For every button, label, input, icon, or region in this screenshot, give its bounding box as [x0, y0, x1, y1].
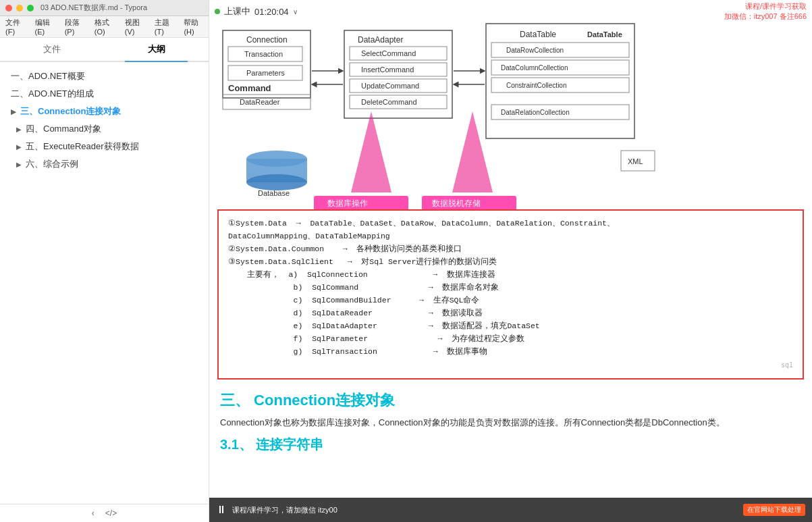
title-bar: 03 ADO.NET数据库.md - Typora [0, 0, 209, 16]
video-bottom-bar[interactable]: ⏸ 课程/课件学习，请加微信 itzy00 在官网站下载处理 [209, 498, 812, 522]
svg-text:Connection: Connection [246, 35, 288, 45]
svg-text:DataTable: DataTable [587, 30, 622, 38]
arrow-icon-4: ▶ [16, 126, 22, 133]
timer-left: 上课中 01:20:04 ∨ [215, 5, 298, 18]
bottom-left-arrow[interactable]: ‹ [92, 508, 94, 518]
section3-body: Connection对象也称为数据库连接对象，Connection对象的功能是负… [220, 415, 801, 430]
section31-title: 3.1、 连接字符串 [220, 436, 801, 454]
timer-ad: 课程/课件学习获取 加微信：itzy007 备注666 [724, 1, 807, 22]
svg-text:ConstraintCollection: ConstraintCollection [506, 82, 567, 89]
menu-bar: 文件(F) 编辑(E) 段落(P) 格式(O) 视图(V) 主题(T) 帮助(H… [0, 16, 209, 38]
menu-theme[interactable]: 主题(T) [155, 18, 173, 36]
outline-item-4[interactable]: ▶ 四、Command对象 [0, 120, 209, 138]
svg-text:SelectCommand: SelectCommand [361, 49, 416, 57]
svg-text:Parameters: Parameters [246, 69, 285, 77]
content-line-2: DataColumnMapping、DataTableMapping [228, 230, 793, 243]
content-line-10: f) SqlParameter → 为存储过程定义参数 [228, 333, 793, 346]
arrow-icon-3: ▶ [11, 108, 16, 115]
outline-item-1[interactable]: 一、ADO.NET概要 [0, 68, 209, 85]
svg-text:Command: Command [228, 83, 271, 93]
arrow-icon-5: ▶ [16, 143, 22, 151]
content-line-1: ①System.Data → DataTable、DataSet、DataRow… [228, 217, 793, 230]
menu-edit[interactable]: 编辑(E) [35, 18, 54, 36]
content-line-6: b) SqlCommand → 数据库命名对象 [228, 282, 793, 294]
outline-item-6[interactable]: ▶ 六、综合示例 [0, 155, 209, 173]
ado-diagram-svg: Connection Transaction Parameters Comman… [209, 0, 812, 209]
outline-list: 一、ADO.NET概要 二、ADO.NET的组成 ▶ 三、Connection连… [0, 62, 209, 504]
svg-text:InsertCommand: InsertCommand [361, 66, 414, 74]
close-dot[interactable] [5, 5, 12, 11]
content-box: ①System.Data → DataTable、DataSet、DataRow… [217, 209, 804, 380]
video-ad-button[interactable]: 在官网站下载处理 [743, 504, 805, 516]
outline-item-5[interactable]: ▶ 五、ExecuteReader获得数据 [0, 138, 209, 155]
svg-text:DeleteCommand: DeleteCommand [361, 98, 417, 106]
svg-text:数据库操作: 数据库操作 [327, 199, 368, 208]
main-content: 上课中 01:20:04 ∨ 课程/课件学习获取 加微信：itzy007 备注6… [209, 0, 812, 522]
arrow-icon-6: ▶ [16, 161, 22, 168]
sql-label: sql [228, 360, 793, 371]
content-line-8: d) SqlDataReader → 数据读取器 [228, 307, 793, 320]
section3-title: 三、 Connection连接对象 [220, 390, 801, 411]
svg-text:DataReader: DataReader [240, 98, 280, 106]
svg-text:DataTable: DataTable [520, 30, 556, 39]
tab-outline[interactable]: 大纲 [105, 38, 209, 61]
tab-bar: 文件 大纲 [0, 38, 209, 62]
timer-chevron[interactable]: ∨ [293, 8, 298, 16]
content-line-7: c) SqlCommandBuilder → 生存SQL命令 [228, 294, 793, 307]
svg-text:DataAdapter: DataAdapter [358, 35, 403, 45]
content-line-9: e) SqlDataAdapter → 数据适配器，填充DataSet [228, 320, 793, 333]
maximize-dot[interactable] [27, 5, 34, 11]
svg-text:DataRowCollection: DataRowCollection [506, 47, 564, 54]
content-line-3: ②System.Data.Coummon → 各种数据访问类的基类和接口 [228, 243, 793, 256]
svg-text:DataColumnCollection: DataColumnCollection [501, 64, 568, 72]
svg-point-37 [246, 174, 307, 190]
play-pause-button[interactable]: ⏸ [216, 504, 227, 516]
bottom-code-toggle[interactable]: </> [105, 508, 117, 518]
menu-file[interactable]: 文件(F) [5, 18, 24, 36]
outline-item-2[interactable]: 二、ADO.NET的组成 [0, 85, 209, 103]
content-line-11: g) SqlTransaction → 数据库事物 [228, 346, 793, 359]
outline-item-3[interactable]: ▶ 三、Connection连接对象 [0, 103, 209, 120]
ad-line1: 课程/课件学习获取 [724, 1, 807, 11]
sidebar: 03 ADO.NET数据库.md - Typora 文件(F) 编辑(E) 段落… [0, 0, 209, 522]
menu-para[interactable]: 段落(P) [65, 18, 84, 36]
svg-text:XML: XML [628, 157, 643, 165]
menu-format[interactable]: 格式(O) [94, 18, 114, 36]
menu-view[interactable]: 视图(V) [125, 18, 144, 36]
status-text: 上课中 [224, 5, 250, 18]
window-title: 03 ADO.NET数据库.md - Typora [40, 3, 147, 13]
status-dot [215, 9, 220, 14]
minimize-dot[interactable] [16, 5, 23, 11]
timer-time: 01:20:04 [254, 7, 289, 17]
svg-text:Database: Database [258, 189, 290, 197]
content-line-4: ③System.Data.SqlClient → 对Sql Server进行操作… [228, 256, 793, 269]
svg-text:UpdateCommand: UpdateCommand [361, 82, 419, 90]
sidebar-bottom-bar: ‹ </> [0, 504, 209, 522]
content-line-5: 主要有， a) SqlConnection → 数据库连接器 [228, 269, 793, 282]
svg-text:Transaction: Transaction [244, 50, 283, 58]
svg-text:数据脱机存储: 数据脱机存储 [432, 199, 481, 208]
tab-file[interactable]: 文件 [0, 38, 105, 61]
diagram-area: 上课中 01:20:04 ∨ 课程/课件学习获取 加微信：itzy007 备注6… [209, 0, 812, 209]
video-bar-text: 课程/课件学习，请加微信 itzy00 [232, 505, 738, 515]
timer-bar: 上课中 01:20:04 ∨ 课程/课件学习获取 加微信：itzy007 备注6… [209, 0, 812, 23]
ad-line2: 加微信：itzy007 备注666 [724, 11, 807, 22]
menu-help[interactable]: 帮助(H) [184, 18, 203, 36]
svg-text:DataRelationCollection: DataRelationCollection [501, 109, 570, 116]
